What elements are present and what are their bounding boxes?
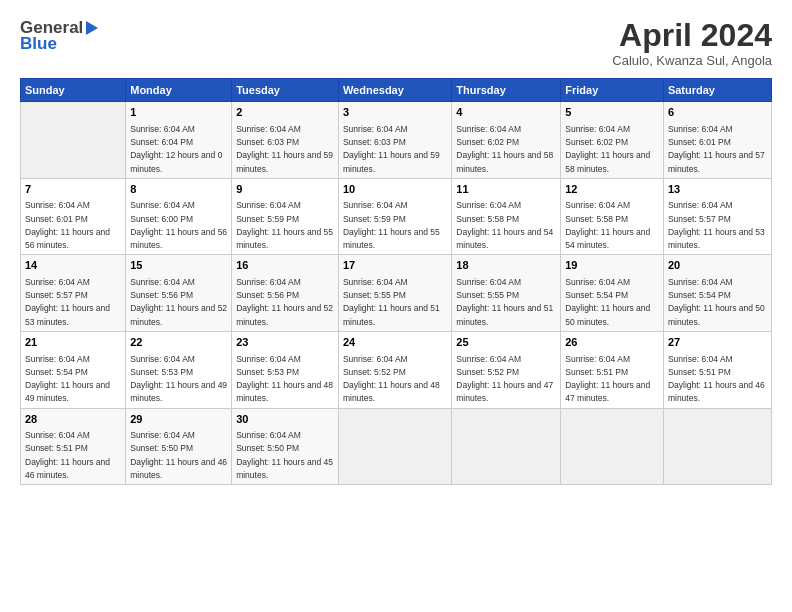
cell-5-1: 28 Sunrise: 6:04 AMSunset: 5:51 PMDaylig… (21, 408, 126, 485)
cell-2-4: 10 Sunrise: 6:04 AMSunset: 5:59 PMDaylig… (338, 178, 451, 255)
cell-2-3: 9 Sunrise: 6:04 AMSunset: 5:59 PMDayligh… (232, 178, 339, 255)
cell-4-7: 27 Sunrise: 6:04 AMSunset: 5:51 PMDaylig… (663, 332, 771, 409)
cell-content: Sunrise: 6:04 AMSunset: 6:00 PMDaylight:… (130, 200, 227, 250)
cell-2-7: 13 Sunrise: 6:04 AMSunset: 5:57 PMDaylig… (663, 178, 771, 255)
cell-content: Sunrise: 6:04 AMSunset: 6:04 PMDaylight:… (130, 124, 222, 174)
cell-content: Sunrise: 6:04 AMSunset: 5:53 PMDaylight:… (236, 354, 333, 404)
cell-content: Sunrise: 6:04 AMSunset: 6:02 PMDaylight:… (456, 124, 553, 174)
week-row-1: 1 Sunrise: 6:04 AMSunset: 6:04 PMDayligh… (21, 102, 772, 179)
day-number: 19 (565, 258, 659, 273)
cell-2-5: 11 Sunrise: 6:04 AMSunset: 5:58 PMDaylig… (452, 178, 561, 255)
week-row-2: 7 Sunrise: 6:04 AMSunset: 6:01 PMDayligh… (21, 178, 772, 255)
logo: General Blue (20, 18, 98, 54)
cell-content: Sunrise: 6:04 AMSunset: 5:52 PMDaylight:… (343, 354, 440, 404)
cell-1-7: 6 Sunrise: 6:04 AMSunset: 6:01 PMDayligh… (663, 102, 771, 179)
day-number: 5 (565, 105, 659, 120)
cell-content: Sunrise: 6:04 AMSunset: 5:51 PMDaylight:… (565, 354, 650, 404)
cell-content: Sunrise: 6:04 AMSunset: 6:01 PMDaylight:… (668, 124, 765, 174)
day-number: 27 (668, 335, 767, 350)
cell-content: Sunrise: 6:04 AMSunset: 5:50 PMDaylight:… (236, 430, 333, 480)
day-number: 21 (25, 335, 121, 350)
cell-4-2: 22 Sunrise: 6:04 AMSunset: 5:53 PMDaylig… (126, 332, 232, 409)
cell-5-2: 29 Sunrise: 6:04 AMSunset: 5:50 PMDaylig… (126, 408, 232, 485)
day-number: 14 (25, 258, 121, 273)
cell-5-7 (663, 408, 771, 485)
cell-content: Sunrise: 6:04 AMSunset: 5:59 PMDaylight:… (236, 200, 333, 250)
title-block: April 2024 Calulo, Kwanza Sul, Angola (612, 18, 772, 68)
cell-1-1 (21, 102, 126, 179)
cell-content: Sunrise: 6:04 AMSunset: 5:56 PMDaylight:… (130, 277, 227, 327)
cell-content: Sunrise: 6:04 AMSunset: 5:51 PMDaylight:… (668, 354, 765, 404)
cell-content: Sunrise: 6:04 AMSunset: 5:55 PMDaylight:… (343, 277, 440, 327)
cell-4-6: 26 Sunrise: 6:04 AMSunset: 5:51 PMDaylig… (561, 332, 664, 409)
day-number: 18 (456, 258, 556, 273)
cell-content: Sunrise: 6:04 AMSunset: 5:58 PMDaylight:… (565, 200, 650, 250)
day-number: 23 (236, 335, 334, 350)
day-number: 2 (236, 105, 334, 120)
day-number: 3 (343, 105, 447, 120)
cell-content: Sunrise: 6:04 AMSunset: 5:59 PMDaylight:… (343, 200, 440, 250)
day-number: 9 (236, 182, 334, 197)
day-number: 24 (343, 335, 447, 350)
logo-blue: Blue (20, 34, 57, 54)
day-number: 17 (343, 258, 447, 273)
day-number: 20 (668, 258, 767, 273)
day-header-friday: Friday (561, 79, 664, 102)
cell-5-5 (452, 408, 561, 485)
month-title: April 2024 (612, 18, 772, 53)
cell-content: Sunrise: 6:04 AMSunset: 5:54 PMDaylight:… (565, 277, 650, 327)
day-header-monday: Monday (126, 79, 232, 102)
cell-content: Sunrise: 6:04 AMSunset: 5:57 PMDaylight:… (25, 277, 110, 327)
cell-content: Sunrise: 6:04 AMSunset: 5:53 PMDaylight:… (130, 354, 227, 404)
day-number: 12 (565, 182, 659, 197)
cell-3-2: 15 Sunrise: 6:04 AMSunset: 5:56 PMDaylig… (126, 255, 232, 332)
cell-1-2: 1 Sunrise: 6:04 AMSunset: 6:04 PMDayligh… (126, 102, 232, 179)
day-number: 28 (25, 412, 121, 427)
cell-3-3: 16 Sunrise: 6:04 AMSunset: 5:56 PMDaylig… (232, 255, 339, 332)
day-header-tuesday: Tuesday (232, 79, 339, 102)
day-number: 6 (668, 105, 767, 120)
day-number: 29 (130, 412, 227, 427)
cell-content: Sunrise: 6:04 AMSunset: 5:56 PMDaylight:… (236, 277, 333, 327)
day-number: 10 (343, 182, 447, 197)
day-header-sunday: Sunday (21, 79, 126, 102)
week-row-4: 21 Sunrise: 6:04 AMSunset: 5:54 PMDaylig… (21, 332, 772, 409)
day-number: 30 (236, 412, 334, 427)
cell-5-4 (338, 408, 451, 485)
cell-4-4: 24 Sunrise: 6:04 AMSunset: 5:52 PMDaylig… (338, 332, 451, 409)
cell-content: Sunrise: 6:04 AMSunset: 5:51 PMDaylight:… (25, 430, 110, 480)
day-number: 13 (668, 182, 767, 197)
cell-content: Sunrise: 6:04 AMSunset: 5:57 PMDaylight:… (668, 200, 765, 250)
cell-3-1: 14 Sunrise: 6:04 AMSunset: 5:57 PMDaylig… (21, 255, 126, 332)
cell-2-1: 7 Sunrise: 6:04 AMSunset: 6:01 PMDayligh… (21, 178, 126, 255)
week-row-3: 14 Sunrise: 6:04 AMSunset: 5:57 PMDaylig… (21, 255, 772, 332)
cell-4-3: 23 Sunrise: 6:04 AMSunset: 5:53 PMDaylig… (232, 332, 339, 409)
calendar-table: SundayMondayTuesdayWednesdayThursdayFrid… (20, 78, 772, 485)
cell-5-3: 30 Sunrise: 6:04 AMSunset: 5:50 PMDaylig… (232, 408, 339, 485)
day-header-saturday: Saturday (663, 79, 771, 102)
day-number: 8 (130, 182, 227, 197)
day-number: 15 (130, 258, 227, 273)
cell-content: Sunrise: 6:04 AMSunset: 5:54 PMDaylight:… (668, 277, 765, 327)
cell-4-5: 25 Sunrise: 6:04 AMSunset: 5:52 PMDaylig… (452, 332, 561, 409)
cell-2-6: 12 Sunrise: 6:04 AMSunset: 5:58 PMDaylig… (561, 178, 664, 255)
day-number: 25 (456, 335, 556, 350)
week-row-5: 28 Sunrise: 6:04 AMSunset: 5:51 PMDaylig… (21, 408, 772, 485)
cell-3-4: 17 Sunrise: 6:04 AMSunset: 5:55 PMDaylig… (338, 255, 451, 332)
day-number: 11 (456, 182, 556, 197)
cell-content: Sunrise: 6:04 AMSunset: 5:55 PMDaylight:… (456, 277, 553, 327)
day-header-wednesday: Wednesday (338, 79, 451, 102)
cell-content: Sunrise: 6:04 AMSunset: 5:50 PMDaylight:… (130, 430, 227, 480)
day-number: 16 (236, 258, 334, 273)
cell-content: Sunrise: 6:04 AMSunset: 6:03 PMDaylight:… (236, 124, 333, 174)
cell-content: Sunrise: 6:04 AMSunset: 5:58 PMDaylight:… (456, 200, 553, 250)
cell-3-6: 19 Sunrise: 6:04 AMSunset: 5:54 PMDaylig… (561, 255, 664, 332)
cell-content: Sunrise: 6:04 AMSunset: 6:02 PMDaylight:… (565, 124, 650, 174)
cell-1-3: 2 Sunrise: 6:04 AMSunset: 6:03 PMDayligh… (232, 102, 339, 179)
day-number: 22 (130, 335, 227, 350)
cell-content: Sunrise: 6:04 AMSunset: 5:52 PMDaylight:… (456, 354, 553, 404)
location: Calulo, Kwanza Sul, Angola (612, 53, 772, 68)
cell-2-2: 8 Sunrise: 6:04 AMSunset: 6:00 PMDayligh… (126, 178, 232, 255)
cell-1-4: 3 Sunrise: 6:04 AMSunset: 6:03 PMDayligh… (338, 102, 451, 179)
day-number: 7 (25, 182, 121, 197)
